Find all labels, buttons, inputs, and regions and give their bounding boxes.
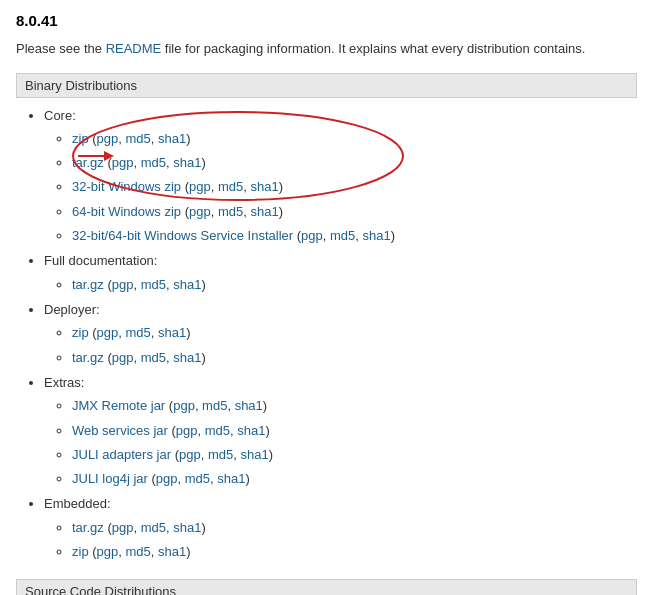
full-doc-label: Full documentation: [44,253,157,268]
juli-log4j-link[interactable]: JULI log4j jar [72,471,148,486]
deployer-zip-pgp[interactable]: pgp [97,325,119,340]
deployer-item: Deployer: zip (pgp, md5, sha1) tar.gz (p… [44,300,637,369]
core-installer-sha1[interactable]: sha1 [363,228,391,243]
embedded-targz-sha1[interactable]: sha1 [173,520,201,535]
deployer-zip-sha1[interactable]: sha1 [158,325,186,340]
core-label: Core: [44,108,76,123]
binary-distributions-section: Binary Distributions Core: zip (pgp, md5… [16,73,637,563]
juli-log4j-pgp[interactable]: pgp [156,471,178,486]
deployer-targz-md5[interactable]: md5 [141,350,166,365]
binary-top-list: Core: zip (pgp, md5, sha1) tar.gz (pgp, … [16,106,637,563]
juli-adapters-item: JULI adapters jar (pgp, md5, sha1) [72,444,637,466]
embedded-targz-link[interactable]: tar.gz [72,520,104,535]
full-doc-pgp[interactable]: pgp [112,277,134,292]
core-64bit-sha1[interactable]: sha1 [251,204,279,219]
embedded-zip-sha1[interactable]: sha1 [158,544,186,559]
deployer-sub-list: zip (pgp, md5, sha1) tar.gz (pgp, md5, s… [44,322,637,368]
jmx-sha1[interactable]: sha1 [235,398,263,413]
core-64bit-zip-item: 64-bit Windows zip (pgp, md5, sha1) [72,201,637,223]
extras-label: Extras: [44,375,84,390]
core-installer-md5[interactable]: md5 [330,228,355,243]
juli-adapters-sha1[interactable]: sha1 [240,447,268,462]
source-section-header: Source Code Distributions [16,579,637,595]
core-32bit-pgp[interactable]: pgp [189,179,211,194]
core-32bit-sha1[interactable]: sha1 [251,179,279,194]
full-doc-sha1[interactable]: sha1 [173,277,201,292]
embedded-zip-item: zip (pgp, md5, sha1) [72,541,637,563]
intro-text: Please see the README file for packaging… [16,39,637,59]
jmx-remote-item: JMX Remote jar (pgp, md5, sha1) [72,395,637,417]
core-32bit-md5[interactable]: md5 [218,179,243,194]
embedded-zip-md5[interactable]: md5 [126,544,151,559]
embedded-sub-list: tar.gz (pgp, md5, sha1) zip (pgp, md5, s… [44,517,637,563]
deployer-targz-pgp[interactable]: pgp [112,350,134,365]
intro-after-link: file for packaging information. It expla… [161,41,585,56]
core-targz-md5[interactable]: md5 [141,155,166,170]
extras-item: Extras: JMX Remote jar (pgp, md5, sha1) … [44,373,637,490]
jmx-md5[interactable]: md5 [202,398,227,413]
core-service-installer-link[interactable]: 32-bit/64-bit Windows Service Installer [72,228,293,243]
embedded-label: Embedded: [44,496,111,511]
juli-log4j-item: JULI log4j jar (pgp, md5, sha1) [72,468,637,490]
juli-adapters-md5[interactable]: md5 [208,447,233,462]
embedded-targz-item: tar.gz (pgp, md5, sha1) [72,517,637,539]
deployer-targz-sha1[interactable]: sha1 [173,350,201,365]
core-zip-pgp[interactable]: pgp [97,131,119,146]
core-sub-list: zip (pgp, md5, sha1) tar.gz (pgp, md5, s… [44,128,637,246]
webservices-pgp[interactable]: pgp [176,423,198,438]
embedded-zip-pgp[interactable]: pgp [97,544,119,559]
core-64bit-md5[interactable]: md5 [218,204,243,219]
embedded-targz-md5[interactable]: md5 [141,520,166,535]
core-32bit-zip-link[interactable]: 32-bit Windows zip [72,179,181,194]
deployer-zip-md5[interactable]: md5 [126,325,151,340]
core-targz-item: tar.gz (pgp, md5, sha1) [72,152,637,174]
webservices-md5[interactable]: md5 [205,423,230,438]
core-installer-pgp[interactable]: pgp [301,228,323,243]
full-doc-item: Full documentation: tar.gz (pgp, md5, sh… [44,251,637,296]
core-zip-md5[interactable]: md5 [126,131,151,146]
core-targz-pgp[interactable]: pgp [112,155,134,170]
deployer-label: Deployer: [44,302,100,317]
core-zip-sha1[interactable]: sha1 [158,131,186,146]
deployer-zip-item: zip (pgp, md5, sha1) [72,322,637,344]
core-item: Core: zip (pgp, md5, sha1) tar.gz (pgp, … [44,106,637,247]
extras-sub-list: JMX Remote jar (pgp, md5, sha1) Web serv… [44,395,637,489]
core-zip-link[interactable]: zip [72,131,89,146]
core-64bit-zip-link[interactable]: 64-bit Windows zip [72,204,181,219]
juli-adapters-pgp[interactable]: pgp [179,447,201,462]
jmx-pgp[interactable]: pgp [173,398,195,413]
core-32bit-zip-item: 32-bit Windows zip (pgp, md5, sha1) [72,176,637,198]
juli-log4j-sha1[interactable]: sha1 [217,471,245,486]
deployer-targz-link[interactable]: tar.gz [72,350,104,365]
binary-section-header: Binary Distributions [16,73,637,98]
full-doc-targz-item: tar.gz (pgp, md5, sha1) [72,274,637,296]
readme-link[interactable]: README [106,41,162,56]
webservices-item: Web services jar (pgp, md5, sha1) [72,420,637,442]
core-zip-item: zip (pgp, md5, sha1) [72,128,637,150]
deployer-targz-item: tar.gz (pgp, md5, sha1) [72,347,637,369]
embedded-targz-pgp[interactable]: pgp [112,520,134,535]
deployer-zip-link[interactable]: zip [72,325,89,340]
webservices-link[interactable]: Web services jar [72,423,168,438]
jmx-remote-link[interactable]: JMX Remote jar [72,398,165,413]
binary-list-container: Core: zip (pgp, md5, sha1) tar.gz (pgp, … [16,106,637,563]
full-doc-sub-list: tar.gz (pgp, md5, sha1) [44,274,637,296]
full-doc-targz-link[interactable]: tar.gz [72,277,104,292]
core-targz-sha1[interactable]: sha1 [173,155,201,170]
webservices-sha1[interactable]: sha1 [237,423,265,438]
intro-before-link: Please see the [16,41,106,56]
core-targz-link[interactable]: tar.gz [72,155,104,170]
juli-log4j-md5[interactable]: md5 [185,471,210,486]
embedded-item: Embedded: tar.gz (pgp, md5, sha1) zip (p… [44,494,637,563]
source-distributions-section: Source Code Distributions tar.gz (pgp, m… [16,579,637,595]
core-service-installer-item: 32-bit/64-bit Windows Service Installer … [72,225,637,247]
version-heading: 8.0.41 [16,12,637,29]
full-doc-md5[interactable]: md5 [141,277,166,292]
embedded-zip-link[interactable]: zip [72,544,89,559]
core-64bit-pgp[interactable]: pgp [189,204,211,219]
juli-adapters-link[interactable]: JULI adapters jar [72,447,171,462]
